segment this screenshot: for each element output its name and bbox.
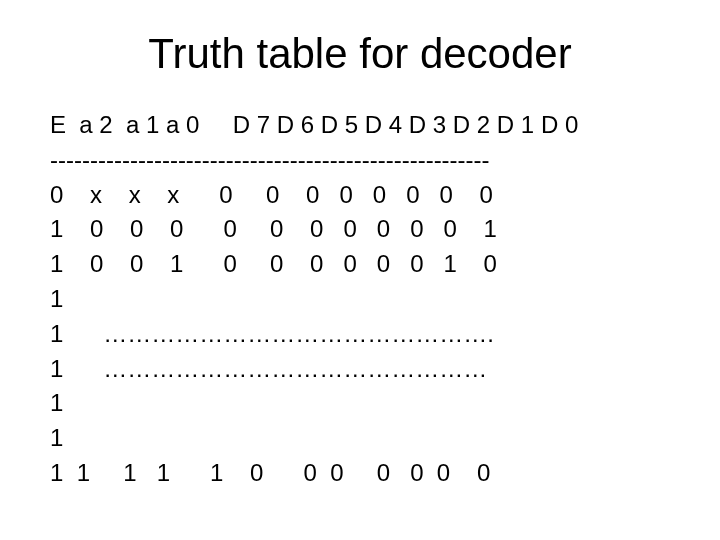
- table-row: 1: [50, 389, 63, 416]
- table-row: 1 1 1 1 1 0 0 0 0 0 0 0: [50, 459, 490, 486]
- table-row: 1: [50, 285, 63, 312]
- truth-table-content: E a 2 a 1 a 0 D 7 D 6 D 5 D 4 D 3 D 2 D …: [50, 108, 670, 491]
- slide-title: Truth table for decoder: [50, 30, 670, 78]
- table-row: 1: [50, 424, 63, 451]
- table-divider: ----------------------------------------…: [50, 146, 490, 173]
- table-row: 1 ………………………………………….: [50, 320, 494, 347]
- table-row: 0 x x x 0 0 0 0 0 0 0 0: [50, 181, 493, 208]
- table-row: 1 …………………………………………: [50, 355, 487, 382]
- table-row: 1 0 0 0 0 0 0 0 0 0 0 1: [50, 215, 497, 242]
- table-header: E a 2 a 1 a 0 D 7 D 6 D 5 D 4 D 3 D 2 D …: [50, 111, 578, 138]
- table-row: 1 0 0 1 0 0 0 0 0 0 1 0: [50, 250, 497, 277]
- slide: Truth table for decoder E a 2 a 1 a 0 D …: [0, 0, 720, 540]
